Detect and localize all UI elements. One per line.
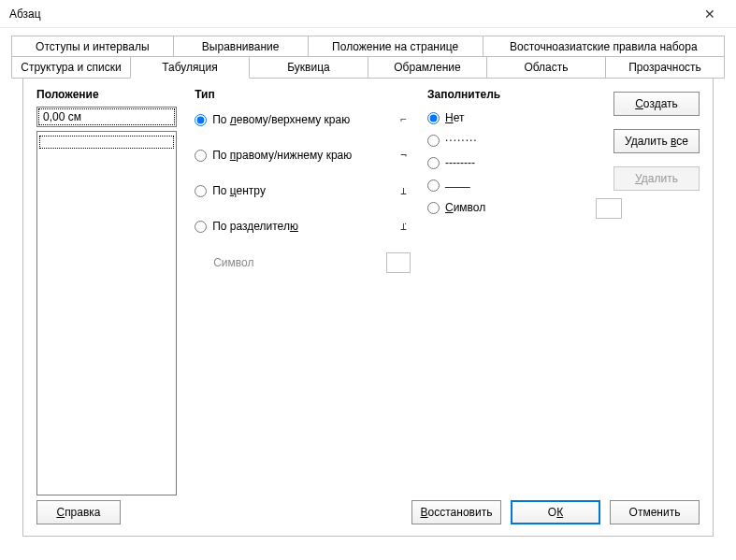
right-tab-icon: ¬	[400, 150, 407, 162]
fill-dots-row[interactable]: ........	[427, 129, 613, 151]
fill-under-radio[interactable]	[427, 179, 440, 192]
tabs-area: Отступы и интервалы Выравнивание Положен…	[0, 28, 736, 537]
position-list[interactable]	[36, 131, 177, 495]
type-left-row[interactable]: По левому/верхнему краю ⌐	[195, 107, 427, 133]
tab-indents[interactable]: Отступы и интервалы	[11, 36, 174, 57]
delete-all-button[interactable]: Удалить все	[613, 129, 700, 153]
tab-alignment[interactable]: Выравнивание	[173, 36, 309, 57]
type-title: Тип	[195, 88, 427, 101]
tab-borders[interactable]: Обрамление	[368, 56, 487, 79]
fill-dashes-row[interactable]: --------	[427, 151, 613, 174]
type-symbol-label: Символ	[213, 256, 253, 269]
fill-symbol-label: Символ	[445, 201, 485, 214]
type-right-label: По правому/нижнему краю	[212, 149, 352, 162]
type-left-radio[interactable]	[195, 114, 207, 126]
tab-area[interactable]: Область	[486, 56, 606, 79]
fill-dashes-radio[interactable]	[427, 157, 440, 169]
fill-symbol-row[interactable]: Символ	[427, 196, 613, 219]
type-center-row[interactable]: По центру ⊥	[195, 178, 427, 204]
help-button[interactable]: Справка	[36, 500, 121, 524]
fill-none-label: Нет	[445, 111, 464, 124]
type-decimal-radio[interactable]	[195, 221, 207, 233]
fill-symbol-input[interactable]	[596, 198, 622, 219]
close-button[interactable]: ✕	[691, 1, 729, 27]
type-right-row[interactable]: По правому/нижнему краю ¬	[195, 142, 427, 168]
fill-none-radio[interactable]	[427, 112, 440, 124]
tab-tabulation[interactable]: Табуляция	[130, 56, 250, 79]
position-title: Положение	[36, 88, 195, 101]
fill-dashes-label: --------	[445, 156, 475, 169]
tab-content: Положение Тип По левому/верхнему краю ⌐ …	[22, 79, 714, 537]
type-left-label: По левому/верхнему краю	[212, 113, 350, 126]
tab-transparency[interactable]: Прозрачность	[605, 56, 725, 79]
decimal-tab-icon: ⊥.	[400, 221, 407, 233]
tab-page-position[interactable]: Положение на странице	[308, 36, 483, 57]
fill-under-row[interactable]: ____	[427, 174, 613, 196]
type-decimal-row[interactable]: По разделителю ⊥.	[195, 213, 427, 239]
dialog-footer: Справка Восстановить ОК Отменить	[36, 500, 700, 524]
tab-row-1: Отступы и интервалы Выравнивание Положен…	[11, 36, 725, 57]
type-symbol-input[interactable]	[386, 252, 411, 273]
tab-asian-typo[interactable]: Восточноазиатские правила набора	[483, 36, 725, 57]
fill-dots-radio[interactable]	[427, 135, 440, 147]
position-input[interactable]	[36, 107, 177, 127]
create-button[interactable]: Создать	[613, 92, 700, 116]
tab-outline[interactable]: Структура и списки	[11, 56, 131, 79]
left-tab-icon: ⌐	[400, 114, 407, 126]
type-decimal-label: По разделителю	[212, 220, 298, 233]
type-right-radio[interactable]	[195, 150, 207, 162]
type-section: Тип По левому/верхнему краю ⌐ По правому…	[195, 88, 427, 495]
delete-button: Удалить	[613, 166, 700, 191]
position-section: Положение	[36, 88, 195, 495]
type-center-radio[interactable]	[195, 185, 207, 197]
fill-symbol-radio[interactable]	[427, 202, 440, 214]
position-list-selection[interactable]	[39, 136, 174, 149]
fill-under-label: ____	[445, 175, 470, 188]
fill-title: Заполнитель	[427, 88, 613, 101]
restore-button[interactable]: Восстановить	[411, 500, 501, 524]
type-symbol-row: Символ	[195, 252, 427, 273]
fill-section: Заполнитель Нет ........ -------- ____	[427, 88, 613, 495]
window-title: Абзац	[9, 7, 691, 21]
cancel-button[interactable]: Отменить	[610, 500, 700, 524]
tab-dropcap[interactable]: Буквица	[249, 56, 368, 79]
fill-dots-label: ........	[445, 131, 478, 144]
side-buttons: Создать Удалить все Удалить	[613, 88, 700, 495]
fill-none-row[interactable]: Нет	[427, 107, 613, 129]
titlebar: Абзац ✕	[0, 0, 736, 28]
center-tab-icon: ⊥	[400, 185, 407, 197]
type-center-label: По центру	[212, 184, 266, 197]
ok-button[interactable]: ОК	[511, 500, 600, 524]
tab-row-2: Структура и списки Табуляция Буквица Обр…	[11, 56, 725, 79]
